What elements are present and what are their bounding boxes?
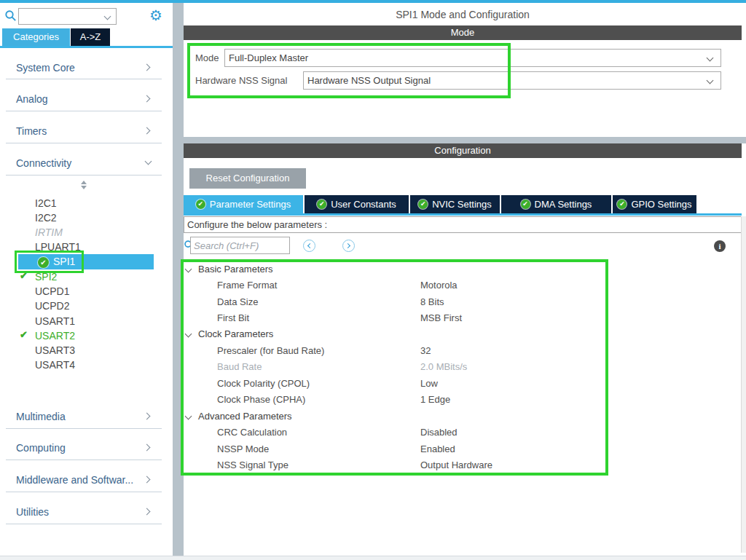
- sidebar-item-middleware[interactable]: Middleware and Softwar...: [0, 470, 173, 489]
- sidebar-item-usart2[interactable]: USART2: [0, 328, 162, 343]
- sidebar-search-input[interactable]: [19, 9, 116, 24]
- category-label: Middleware and Softwar...: [16, 474, 133, 486]
- param-value[interactable]: Motorola: [420, 277, 458, 293]
- param-row-crc-calculation[interactable]: CRC Calculation Disabled: [184, 425, 609, 441]
- sidebar-item-usart4[interactable]: USART4: [0, 358, 162, 372]
- param-value[interactable]: Enabled: [420, 441, 455, 457]
- tab-label: GPIO Settings: [631, 199, 691, 210]
- parameter-search-input[interactable]: [190, 237, 290, 254]
- search-next-button[interactable]: [342, 240, 355, 252]
- chevron-left-icon: [307, 243, 313, 248]
- tabs-underline: [184, 213, 742, 216]
- group-label: Basic Parameters: [198, 264, 273, 275]
- sidebar-item-ucpd1[interactable]: UCPD1: [0, 284, 162, 299]
- sort-spinner-icon[interactable]: [81, 181, 87, 189]
- nss-dropdown-value: Hardware NSS Output Signal: [307, 75, 431, 86]
- param-label: Prescaler (for Baud Rate): [217, 345, 324, 356]
- sidebar-item-irtim[interactable]: IRTIM: [0, 225, 162, 240]
- category-label: Connectivity: [16, 157, 71, 169]
- configuration-section-header: Configuration: [184, 143, 742, 158]
- sidebar-item-ucpd2[interactable]: UCPD2: [0, 299, 162, 313]
- divider: [6, 460, 162, 460]
- tab-user-constants[interactable]: ✔ User Constants: [305, 195, 409, 213]
- bottom-edge: [0, 556, 746, 560]
- param-label: Clock Phase (CPHA): [217, 394, 305, 405]
- param-label: NSSP Mode: [217, 443, 269, 454]
- param-row-nss-signal-type[interactable]: NSS Signal Type Output Hardware: [184, 457, 609, 473]
- page-title: SPI1 Mode and Configuration: [184, 6, 742, 23]
- param-value[interactable]: MSB First: [420, 310, 462, 326]
- reset-configuration-button[interactable]: Reset Configuration: [189, 168, 306, 189]
- chevron-right-icon: [144, 476, 151, 484]
- info-icon[interactable]: i: [714, 240, 726, 252]
- check-circle-icon: ✔: [317, 200, 326, 209]
- divider: [6, 524, 162, 524]
- sidebar-item-utilities[interactable]: Utilities: [0, 502, 173, 521]
- sidebar-item-timers[interactable]: Timers: [0, 122, 173, 141]
- param-value[interactable]: 1 Edge: [420, 392, 450, 408]
- category-label: Multimedia: [16, 411, 66, 422]
- param-value[interactable]: 8 Bits: [420, 294, 444, 310]
- tab-gpio-settings[interactable]: ✔ GPIO Settings: [613, 195, 696, 213]
- param-row-first-bit[interactable]: First Bit MSB First: [184, 310, 609, 326]
- sidebar-item-system-core[interactable]: System Core: [0, 58, 173, 77]
- panel-splitter[interactable]: [173, 3, 184, 557]
- param-value[interactable]: Disabled: [420, 425, 458, 441]
- sidebar-item-computing[interactable]: Computing: [0, 438, 173, 457]
- tab-nvic-settings[interactable]: ✔ NVIC Settings: [410, 195, 500, 213]
- sidebar-item-multimedia[interactable]: Multimedia: [0, 407, 173, 426]
- divider: [6, 492, 162, 492]
- param-group-basic[interactable]: Basic Parameters: [184, 261, 609, 277]
- tab-label: User Constants: [331, 199, 396, 210]
- category-label: Computing: [16, 442, 66, 454]
- category-label: Analog: [16, 93, 48, 105]
- divider: [6, 143, 162, 143]
- sidebar-item-connectivity[interactable]: Connectivity: [0, 154, 173, 173]
- chevron-right-icon: [144, 95, 151, 103]
- param-row-frame-format[interactable]: Frame Format Motorola: [184, 277, 609, 293]
- mode-dropdown[interactable]: Full-Duplex Master: [224, 49, 721, 67]
- param-label: Clock Polarity (CPOL): [217, 378, 310, 389]
- sidebar-item-analog[interactable]: Analog: [0, 90, 173, 109]
- param-value[interactable]: 32: [420, 343, 431, 359]
- hardware-nss-dropdown[interactable]: Hardware NSS Output Signal: [303, 71, 721, 90]
- sidebar-item-lpuart1[interactable]: LPUART1: [0, 240, 162, 254]
- sidebar-item-spi2[interactable]: SPI2: [0, 269, 162, 284]
- search-prev-button[interactable]: [303, 240, 315, 252]
- sidebar-item-usart1[interactable]: USART1: [0, 314, 162, 328]
- sidebar-item-i2c1[interactable]: I2C1: [0, 196, 162, 210]
- tab-label: NVIC Settings: [432, 199, 492, 210]
- check-circle-icon: ✔: [521, 200, 530, 209]
- divider: [6, 175, 162, 176]
- check-circle-icon: ✔: [418, 200, 428, 209]
- tab-categories[interactable]: Categories: [2, 28, 70, 46]
- sidebar-item-i2c2[interactable]: I2C2: [0, 210, 162, 225]
- tab-parameter-settings[interactable]: ✔ Parameter Settings: [184, 195, 303, 213]
- param-label: Frame Format: [217, 280, 277, 291]
- param-row-nssp-mode[interactable]: NSSP Mode Enabled: [184, 441, 609, 457]
- param-value[interactable]: Low: [420, 376, 438, 392]
- tab-a-z[interactable]: A->Z: [71, 28, 110, 46]
- param-group-clock[interactable]: Clock Parameters: [184, 326, 609, 342]
- param-row-clock-phase[interactable]: Clock Phase (CPHA) 1 Edge: [184, 392, 609, 408]
- tab-dma-settings[interactable]: ✔ DMA Settings: [501, 195, 611, 213]
- category-label: Utilities: [16, 506, 49, 518]
- param-row-prescaler[interactable]: Prescaler (for Baud Rate) 32: [184, 343, 609, 359]
- sidebar: ⚙ Categories A->Z System Core Analog Tim…: [0, 3, 173, 556]
- param-row-data-size[interactable]: Data Size 8 Bits: [184, 294, 609, 310]
- check-circle-icon: ✔: [617, 200, 627, 209]
- chevron-down-icon: [185, 266, 192, 273]
- sidebar-search-combobox[interactable]: [18, 8, 117, 25]
- settings-gear-icon[interactable]: ⚙: [149, 7, 162, 24]
- chevron-right-icon: [144, 413, 151, 420]
- divider: [6, 111, 162, 111]
- chevron-down-icon: [145, 158, 152, 165]
- param-row-clock-polarity[interactable]: Clock Polarity (CPOL) Low: [184, 376, 609, 392]
- nss-field-label: Hardware NSS Signal: [195, 71, 287, 90]
- scrollbar-track[interactable]: [741, 216, 746, 553]
- sidebar-item-usart3[interactable]: USART3: [0, 343, 162, 358]
- param-group-advanced[interactable]: Advanced Parameters: [184, 409, 609, 425]
- horizontal-splitter[interactable]: [175, 137, 746, 143]
- sidebar-item-spi1-selected[interactable]: ✔SPI1: [18, 254, 154, 269]
- param-value[interactable]: Output Hardware: [420, 457, 492, 473]
